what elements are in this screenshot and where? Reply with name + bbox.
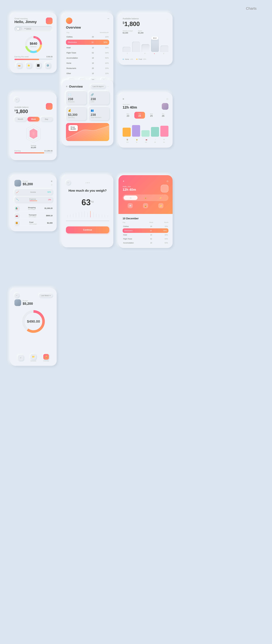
toggle9-cloud[interactable]: ☁️ <box>124 196 138 200</box>
transport-icon: 🚗 <box>14 213 19 218</box>
table9-header: Day Week Month <box>122 222 168 223</box>
col9-month: Month <box>157 222 168 223</box>
weight-nav: ← 2 of 3 <box>66 180 109 185</box>
menu-icon-7[interactable]: ≡ <box>51 180 52 183</box>
bottom-nav-10: + 📁 Accounts 🥧 Overview <box>14 354 52 362</box>
tab-wed[interactable]: Wed25 <box>146 112 157 118</box>
nav-icon-star[interactable]: ⭐ <box>26 62 32 68</box>
food-val: $2,300 <box>47 222 52 224</box>
more-menu-4[interactable]: ··· <box>50 99 52 102</box>
budget-info: Budget $5,200 <box>23 180 33 186</box>
spent-item: Spent $2,200 <box>138 30 144 34</box>
legend-food-pct: 30% <box>143 58 146 60</box>
currency-symbol: $ <box>122 21 124 24</box>
svg-text:5: 5 <box>41 45 42 46</box>
more-menu-3[interactable]: ··· <box>166 18 168 20</box>
bar-item <box>160 46 168 52</box>
bar-label-f: F <box>144 53 146 54</box>
back-button-4[interactable]: ← <box>14 97 19 102</box>
tick <box>76 213 76 218</box>
period-select[interactable]: Last 30 days ▾ <box>90 84 106 88</box>
income-metric: 📈 Income 50% <box>14 189 52 195</box>
svg-text:10: 10 <box>35 37 37 38</box>
vbar-label-lock: 🔒 <box>136 139 138 140</box>
table-row: Other 10 10% <box>66 71 109 76</box>
avatar-4 <box>46 103 52 110</box>
tab-day[interactable]: Day <box>40 117 52 122</box>
toggle-switch[interactable] <box>16 27 22 30</box>
icon9-2[interactable]: 🔒 <box>143 203 148 208</box>
expense-pct: -2% <box>48 198 51 201</box>
tick-active <box>90 211 90 218</box>
slider-track <box>66 220 109 221</box>
earning-label: Earning this week <box>14 56 29 58</box>
nav-icon-pie[interactable]: 🥧 <box>16 62 22 68</box>
accounts-icon[interactable]: 📁 <box>30 354 36 360</box>
overview2-title: Overview <box>69 85 83 88</box>
nav10-add[interactable]: + <box>18 355 24 361</box>
earning-progress <box>14 59 52 60</box>
table-row: Hotel 10 30% <box>66 45 109 50</box>
toggle9-folder[interactable]: 📁 <box>154 196 168 200</box>
timer-icon-9[interactable]: ⊙ <box>166 180 168 183</box>
timer-icon[interactable]: ⊙ <box>51 184 52 186</box>
accounts-label: Accounts <box>30 360 36 362</box>
nav10-accounts[interactable]: 📁 Accounts <box>30 354 36 362</box>
add-icon[interactable]: + <box>18 355 24 361</box>
legend-home: Home 14% <box>122 58 133 60</box>
vbar-label-home: 🏠 <box>126 139 128 140</box>
toggle9-wrap: ☁️ 🔒 📁 <box>122 194 168 201</box>
budget-header: Budget $5,200 ≡ ⊙ <box>14 180 52 186</box>
budget-item-shopping: 🛍️ Shopping 30% budget $1,300.20 <box>14 205 52 212</box>
weight-slider[interactable] <box>66 211 109 221</box>
balance-title: Available balance <box>122 18 168 20</box>
card-available-balance-right: ··· Available balance $1,800 Weekly budg… <box>118 13 172 65</box>
nav10-overview[interactable]: 🥧 Overview <box>43 354 49 362</box>
spending-icon: 💰 <box>68 109 84 112</box>
icon9-3[interactable]: 📁 <box>158 203 164 208</box>
icon9-1[interactable]: ☁️ <box>128 203 133 208</box>
tab-thu[interactable]: Thu26 <box>158 112 168 118</box>
balance-amount: $640 <box>30 42 37 46</box>
card-number: **3003 <box>24 28 31 30</box>
donut-chart: 10 5 $640 Balance <box>14 34 52 55</box>
bar-item-tall <box>142 44 150 52</box>
more-menu-5[interactable]: ··· <box>107 85 109 88</box>
continue-button[interactable]: Continue <box>66 226 109 234</box>
team-label: Team Members <box>91 116 107 118</box>
toggle9-lock[interactable]: 🔒 <box>138 196 152 200</box>
menu-icon-6[interactable]: ≡ <box>122 98 124 100</box>
table-row-flight-ticket: Flight Ticket 02 04% <box>66 50 109 55</box>
tab-week[interactable]: Week <box>28 117 40 122</box>
table-row: Restaurants 20 20% <box>66 66 109 70</box>
legend-home-label: Home <box>125 58 129 60</box>
time-8h: 8h <box>154 142 156 143</box>
spending-label: Spending <box>68 116 84 118</box>
week-select[interactable]: Last Week ▾ <box>39 294 52 298</box>
nav-icon-grid[interactable]: ⬛ <box>36 62 41 68</box>
time-12h: 12h <box>126 142 128 143</box>
income-pct: 50% <box>48 191 51 193</box>
stat-team: 👥 238 Team Members <box>88 107 109 120</box>
spending-num: $3,300 <box>68 113 84 116</box>
table-header: Day Week Month <box>66 32 109 34</box>
more-menu-6[interactable]: ⊙ <box>166 97 168 100</box>
day-tabs: Mon23 Tue24 Wed25 Thu26 <box>122 112 168 118</box>
time-sub: Your time <box>122 104 137 105</box>
legend-dot-food <box>136 58 138 60</box>
card10-header: ← Last Week ▾ <box>14 293 52 298</box>
legend-food: Food 30% <box>136 58 146 60</box>
overview-icon[interactable]: 🥧 <box>43 354 49 360</box>
tab-tue[interactable]: Tue24 <box>134 112 145 118</box>
menu-icon-5[interactable]: ≡ <box>66 85 68 88</box>
nav-icon-settings[interactable]: ⚙️ <box>45 62 50 68</box>
hex-savings-label: Savings <box>25 145 42 146</box>
back-button-10[interactable]: ← <box>14 293 19 298</box>
tab-month[interactable]: Month <box>14 117 26 122</box>
legend-dot-home <box>122 58 124 60</box>
tab-mon[interactable]: Mon23 <box>122 112 133 118</box>
icon9-row: ☁️ 🔒 📁 <box>122 203 168 208</box>
more-menu[interactable]: ··· <box>108 18 109 20</box>
time-3h: 3h <box>136 142 138 143</box>
back-button-8[interactable]: ← <box>66 180 70 185</box>
